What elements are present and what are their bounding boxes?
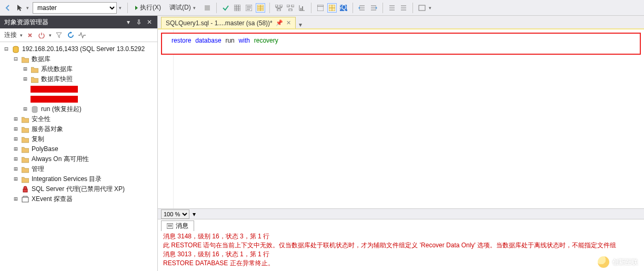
tab-list-dropdown-icon[interactable]: ▾ [299, 21, 302, 28]
tree-server-objects-node[interactable]: ⊞服务器对象 [13, 124, 157, 134]
tab-messages[interactable]: 消息 [161, 220, 194, 231]
tree-redacted-node[interactable]: ⊞ [22, 94, 157, 104]
tree-management-node[interactable]: ⊞管理 [13, 164, 157, 174]
tree-replication-node[interactable]: ⊞复制 [13, 134, 157, 144]
tree-label: Always On 高可用性 [32, 154, 89, 164]
tree-alwayson-node[interactable]: ⊞Always On 高可用性 [13, 154, 157, 164]
tree-redacted-node[interactable]: ⊞ [22, 84, 157, 94]
stats-icon[interactable] [297, 3, 307, 13]
database-select[interactable]: master [33, 2, 117, 14]
pin-icon[interactable]: 📌 [276, 19, 283, 26]
folder-icon [21, 155, 29, 164]
xevent-icon [21, 195, 29, 204]
tree-label: Integration Services 目录 [32, 174, 102, 184]
window-menu-icon[interactable]: ▾ [125, 18, 132, 26]
debug-label: 调试(D) [169, 3, 191, 12]
pin-icon[interactable] [135, 18, 143, 26]
message-line: 消息 3148，级别 16，状态 3，第 1 行 [163, 233, 269, 240]
folder-icon [31, 65, 39, 74]
tree-integration-node[interactable]: ⊞Integration Services 目录 [13, 174, 157, 184]
close-icon[interactable]: ✕ [146, 18, 153, 26]
object-tree[interactable]: ⊟ 192.168.20.16,1433 (SQL Server 13.0.52… [0, 42, 157, 271]
tree-server-node[interactable]: ⊟ 192.168.20.16,1433 (SQL Server 13.0.52… [3, 44, 157, 54]
grid-icon[interactable] [233, 3, 242, 13]
folder-icon [21, 175, 29, 184]
svg-rect-10 [300, 8, 301, 11]
main-toolbar: ▾ master ▾ 执行(X) 调试(D) ▾ SQL ▾ [0, 0, 644, 16]
tree-label: 服务器对象 [32, 124, 63, 134]
refresh-icon[interactable] [66, 31, 75, 39]
tree-label: 安全性 [32, 114, 51, 124]
tree-label: 系统数据库 [41, 64, 73, 74]
tree-agent-node[interactable]: SQL Server 代理(已禁用代理 XP) [13, 184, 157, 194]
indent-out-icon[interactable] [357, 3, 367, 13]
messages-body[interactable]: 消息 3148，级别 16，状态 3，第 1 行 此 RESTORE 语句在当前… [158, 231, 644, 271]
stop-icon[interactable] [203, 3, 212, 13]
disconnect-icon[interactable] [37, 31, 46, 39]
tab-sqlquery[interactable]: SQLQuery1.sql - 1....master (sa (58))* 📌… [161, 17, 296, 28]
code-editor[interactable]: restore database run with recovery [158, 29, 644, 208]
database-icon [31, 105, 39, 114]
message-line: RESTORE DATABASE 正在异常终止。 [163, 259, 274, 267]
close-icon[interactable]: ✕ [286, 19, 291, 26]
highlighted-code-line: restore database run with recovery [161, 33, 641, 55]
tree-snapshots-node[interactable]: ⊞ 数据库快照 [22, 74, 157, 84]
plan2-icon[interactable] [286, 3, 295, 13]
table-icon[interactable] [316, 3, 325, 13]
tree-sysdb-node[interactable]: ⊞ 系统数据库 [22, 64, 157, 74]
folder-icon [31, 75, 39, 84]
plan-icon[interactable] [274, 3, 284, 13]
svg-rect-6 [277, 9, 280, 11]
filter-icon[interactable] [55, 31, 63, 39]
folder-icon [21, 165, 29, 174]
server-icon [12, 45, 20, 54]
connect-label[interactable]: 连接 [4, 31, 17, 39]
tree-label: PolyBase [32, 144, 58, 154]
tree-xevent-node[interactable]: ⊞XEvent 探查器 [13, 194, 157, 204]
execute-button[interactable]: 执行(X) [132, 2, 164, 14]
agent-icon [21, 185, 29, 194]
tree-label: 管理 [32, 164, 44, 174]
dropdown-icon[interactable]: ▾ [26, 5, 31, 11]
comment-icon[interactable] [387, 3, 397, 13]
tree-label: run (恢复挂起) [41, 104, 82, 114]
tree-label: 数据库 [32, 54, 51, 64]
connect-icon[interactable] [26, 31, 34, 39]
execute-label: 执行(X) [140, 3, 161, 12]
nav-back-icon[interactable] [3, 3, 13, 13]
indent-in-icon[interactable] [369, 3, 378, 13]
folder-icon [21, 55, 29, 64]
svg-point-20 [24, 186, 27, 189]
grid-result-icon[interactable] [256, 3, 265, 13]
svg-text:SQL: SQL [340, 5, 347, 11]
svg-rect-5 [280, 5, 283, 7]
tree-security-node[interactable]: ⊞安全性 [13, 114, 157, 124]
editor-area: SQLQuery1.sql - 1....master (sa (58))* 📌… [158, 16, 644, 271]
svg-rect-4 [275, 5, 278, 7]
svg-rect-1 [234, 5, 240, 11]
table2-icon[interactable] [327, 3, 337, 13]
cursor-icon[interactable] [15, 3, 24, 13]
tree-polybase-node[interactable]: ⊞PolyBase [13, 144, 157, 154]
misc-icon[interactable] [417, 3, 427, 13]
debug-button[interactable]: 调试(D) ▾ [166, 2, 200, 14]
dropdown-icon[interactable]: ▾ [119, 5, 123, 11]
check-icon[interactable] [221, 3, 230, 13]
tree-label: 复制 [32, 134, 44, 144]
activity-icon[interactable] [78, 31, 86, 39]
sql-icon[interactable]: SQL [339, 3, 348, 13]
zoom-select[interactable]: 100 % [161, 209, 189, 219]
text-result-icon[interactable] [244, 3, 254, 13]
zoom-bar: 100 % ▾ [158, 208, 644, 219]
tree-databases-node[interactable]: ⊟ 数据库 [13, 54, 157, 64]
sql-document: restore database run with recovery 100 %… [158, 28, 644, 271]
folder-icon [21, 135, 29, 144]
connect-toolbar: 连接 ▾ ▾ [0, 28, 157, 42]
svg-rect-0 [205, 5, 210, 11]
uncomment-icon[interactable] [399, 3, 408, 13]
message-line: 此 RESTORE 语句在当前上下文中无效。仅当数据库处于联机状态时，才为辅助文… [163, 242, 616, 249]
document-tabs: SQLQuery1.sql - 1....master (sa (58))* 📌… [158, 16, 644, 28]
tab-label: SQLQuery1.sql - 1....master (sa (58))* [166, 19, 273, 27]
svg-rect-8 [291, 5, 294, 7]
tree-db-run-node[interactable]: ⊞ run (恢复挂起) [22, 104, 157, 114]
